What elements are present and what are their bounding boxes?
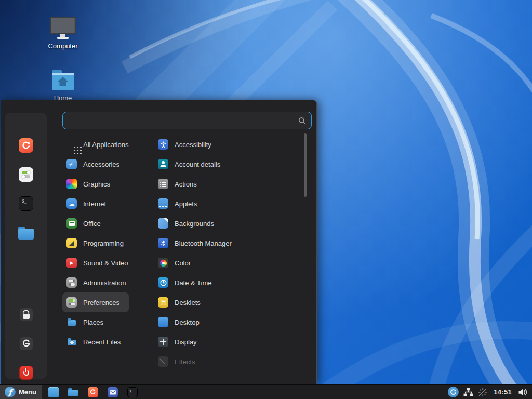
search-input[interactable] <box>68 112 298 129</box>
app-display[interactable]: Display <box>154 332 303 352</box>
app-desklets[interactable]: Desklets <box>154 292 303 312</box>
favorite-system-settings[interactable] <box>16 164 36 185</box>
user-icon <box>158 159 168 169</box>
desktop-icon <box>158 317 168 327</box>
category-internet[interactable]: ☁ Internet <box>62 194 151 214</box>
favorite-terminal[interactable]: $_ <box>16 193 36 214</box>
applications-list: Accessibility Account details Actions Ap… <box>154 135 303 371</box>
show-desktop-launcher[interactable] <box>48 387 59 398</box>
favorites-rail: $_ <box>5 113 47 379</box>
desktop-screen: Computer Home <box>0 0 532 399</box>
category-programming[interactable]: Programming <box>62 233 151 253</box>
mail-envelope-icon <box>108 387 118 397</box>
programming-icon <box>66 238 77 248</box>
app-effects[interactable]: Effects <box>154 352 303 371</box>
terminal-icon: $_ <box>127 387 138 397</box>
graphics-icon <box>66 179 77 189</box>
shutdown-button[interactable] <box>16 362 36 383</box>
computer-icon <box>49 17 77 39</box>
category-accessories[interactable]: ✂ Accessories <box>62 154 151 174</box>
app-accessibility[interactable]: Accessibility <box>154 135 303 154</box>
firefox-icon <box>19 138 33 153</box>
folder-icon <box>18 229 34 240</box>
network-icon[interactable] <box>463 388 473 396</box>
preferences-toggles-icon <box>66 297 77 308</box>
places-folder-icon <box>66 317 77 327</box>
settings-toggles-icon <box>19 167 33 182</box>
applets-icon <box>158 198 168 209</box>
category-places[interactable]: Places <box>62 312 151 332</box>
category-sound-video[interactable]: ▶ Sound & Video <box>62 253 151 273</box>
mint-logo-icon: ƒ <box>5 387 16 397</box>
clock-icon <box>158 277 168 288</box>
app-color[interactable]: Color <box>154 253 303 273</box>
color-wheel-icon <box>158 258 168 268</box>
firefox-icon <box>88 387 98 397</box>
category-recent-files[interactable]: Recent Files <box>62 332 151 352</box>
cinnamon-menu: $_ <box>1 100 317 384</box>
lock-screen-button[interactable] <box>16 304 36 325</box>
lock-icon <box>19 308 33 322</box>
system-tray: 14:51 <box>448 385 532 399</box>
accessibility-icon <box>158 139 168 150</box>
effects-wand-icon <box>158 356 168 367</box>
desklets-icon <box>158 297 168 308</box>
files-launcher[interactable] <box>68 387 79 398</box>
power-icon <box>19 366 33 380</box>
desktop-icon-label: Computer <box>48 42 77 50</box>
app-date-time[interactable]: Date & Time <box>154 273 303 292</box>
admin-toggles-icon <box>66 277 77 288</box>
mail-launcher[interactable] <box>107 387 118 398</box>
backgrounds-icon <box>158 218 168 229</box>
category-administration[interactable]: Administration <box>62 273 151 292</box>
taskbar: ƒ Menu <box>0 384 532 399</box>
category-preferences[interactable]: Preferences <box>62 292 129 312</box>
categories-list: All Applications ✂ Accessories Graphics … <box>62 135 151 352</box>
app-bluetooth-manager[interactable]: Bluetooth Manager <box>154 233 303 253</box>
terminal-icon: $_ <box>19 196 33 211</box>
firefox-launcher[interactable] <box>87 387 99 398</box>
show-desktop-icon <box>48 387 59 397</box>
menu-button[interactable]: ƒ Menu <box>0 385 42 399</box>
update-manager-icon[interactable] <box>448 387 459 397</box>
category-graphics[interactable]: Graphics <box>62 174 151 194</box>
night-light-icon[interactable] <box>478 388 487 397</box>
list-icon <box>158 179 168 189</box>
app-account-details[interactable]: Account details <box>154 154 303 174</box>
menu-button-label: Menu <box>19 388 36 396</box>
search-box <box>62 112 312 129</box>
document-icon <box>66 218 77 229</box>
scrollbar[interactable] <box>304 133 307 197</box>
category-all-applications[interactable]: All Applications <box>62 135 151 154</box>
cloud-icon: ☁ <box>66 198 77 209</box>
home-folder-icon <box>51 69 75 91</box>
favorite-files[interactable] <box>16 222 36 243</box>
search-icon <box>298 117 306 125</box>
bluetooth-icon <box>158 238 168 248</box>
desktop-icon-computer[interactable]: Computer <box>38 17 88 50</box>
all-applications-icon <box>66 139 77 150</box>
clock[interactable]: 14:51 <box>492 388 513 396</box>
taskbar-launchers: $_ <box>48 387 138 398</box>
folder-icon <box>68 390 78 396</box>
volume-icon[interactable] <box>518 388 528 396</box>
desktop-icon-home[interactable]: Home <box>38 69 88 102</box>
logout-icon <box>19 337 33 351</box>
play-icon: ▶ <box>66 258 77 268</box>
scissors-icon: ✂ <box>66 159 77 169</box>
display-icon <box>158 337 168 347</box>
recent-files-icon <box>66 337 77 347</box>
terminal-launcher[interactable]: $_ <box>127 387 138 398</box>
app-applets[interactable]: Applets <box>154 194 303 214</box>
logout-button[interactable] <box>16 333 36 354</box>
app-actions[interactable]: Actions <box>154 174 303 194</box>
category-office[interactable]: Office <box>62 214 151 233</box>
app-desktop[interactable]: Desktop <box>154 312 303 332</box>
favorite-firefox[interactable] <box>16 135 36 156</box>
app-backgrounds[interactable]: Backgrounds <box>154 214 303 233</box>
